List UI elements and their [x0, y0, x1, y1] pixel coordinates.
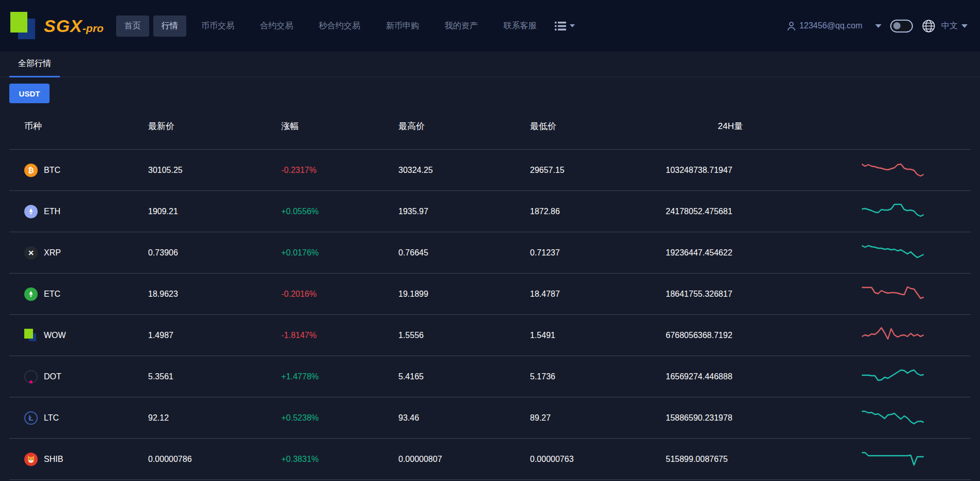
col-header-coin: 币种: [9, 120, 148, 132]
change-cell: -1.8147%: [281, 331, 398, 340]
coin-cell: WOW: [9, 329, 148, 342]
table-row-eth[interactable]: ETH1909.21+0.0556%1935.971872.8624178052…: [9, 191, 971, 232]
wow-coin-icon: [24, 329, 38, 342]
change-cell: -0.2317%: [281, 166, 398, 175]
usdt-filter-button[interactable]: USDT: [9, 84, 50, 103]
volume-cell: 103248738.71947: [666, 166, 862, 175]
tab-bar: 全部行情: [0, 52, 980, 77]
price-cell: 5.3561: [148, 372, 281, 381]
table-row-btc[interactable]: ₿BTC30105.25-0.2317%30324.2529657.151032…: [9, 150, 971, 191]
col-header-price: 最新价: [148, 120, 281, 132]
high-cell: 0.76645: [398, 248, 530, 258]
col-header-volume: 24H量: [666, 120, 862, 132]
low-cell: 0.00000763: [530, 455, 666, 464]
low-cell: 29657.15: [530, 166, 666, 175]
volume-cell: 19236447.454622: [666, 248, 862, 258]
more-menu-button[interactable]: [555, 22, 575, 30]
sparkline-cell: [862, 450, 971, 469]
user-icon: [786, 21, 797, 31]
coin-symbol: SHIB: [44, 455, 63, 464]
sparkline-cell: [862, 367, 971, 387]
toggle-knob: [893, 22, 901, 29]
col-header-low: 最低价: [530, 120, 666, 132]
price-cell: 0.73906: [148, 248, 281, 258]
sparkline-cell: [862, 161, 971, 180]
sparkline-cell: [862, 408, 971, 428]
nav-item-spot[interactable]: 币币交易: [190, 15, 245, 37]
change-cell: +1.4778%: [281, 372, 398, 381]
sparkline-cell: [862, 326, 971, 345]
price-cell: 30105.25: [148, 166, 281, 175]
price-cell: 0.00000786: [148, 455, 281, 464]
coin-cell: DOT: [9, 370, 148, 383]
change-cell: +0.0176%: [281, 248, 398, 258]
table-row-shib[interactable]: SHIB0.00000786+0.3831%0.000008070.000007…: [9, 439, 971, 480]
user-account-button[interactable]: 123456@qq.com: [786, 21, 862, 31]
high-cell: 5.4165: [398, 372, 530, 381]
dot-coin-icon: [24, 370, 38, 383]
table-row-etc[interactable]: ETC18.9623-0.2016%19.189918.478718641755…: [9, 274, 971, 315]
table-row-dot[interactable]: DOT5.3561+1.4778%5.41655.173616569274.44…: [9, 356, 971, 397]
language-chevron-down-icon: [961, 24, 968, 28]
language-selector[interactable]: 中文: [941, 21, 968, 31]
coin-symbol: ETH: [44, 207, 60, 216]
logo-mark-icon: [10, 12, 36, 40]
market-table: 币种最新价涨幅最高价最低价24H量 ₿BTC30105.25-0.2317%30…: [9, 103, 971, 480]
logo-text: SGX-pro: [44, 16, 104, 36]
change-cell: -0.2016%: [281, 290, 398, 299]
btc-coin-icon: ₿: [24, 164, 38, 177]
eth-coin-icon: [24, 205, 38, 218]
change-cell: +0.5238%: [281, 413, 398, 423]
low-cell: 5.1736: [530, 372, 666, 381]
sparkline-chart: [862, 326, 924, 345]
table-row-xrp[interactable]: ✕XRP0.73906+0.0176%0.766450.712371923644…: [9, 232, 971, 274]
high-cell: 1935.97: [398, 207, 530, 216]
nav-item-futures[interactable]: 合约交易: [249, 15, 304, 37]
coin-symbol: WOW: [44, 331, 66, 340]
nav-item-support[interactable]: 联系客服: [493, 15, 548, 37]
nav-item-assets[interactable]: 我的资产: [434, 15, 489, 37]
sparkline-chart: [862, 284, 924, 304]
coin-cell: ŁLTC: [9, 411, 148, 425]
volume-cell: 6768056368.7192: [666, 331, 862, 340]
chevron-down-icon: [570, 24, 575, 27]
logo[interactable]: SGX-pro: [10, 12, 104, 40]
coin-cell: ETC: [9, 287, 148, 301]
low-cell: 0.71237: [530, 248, 666, 258]
high-cell: 0.00000807: [398, 455, 530, 464]
table-header-row: 币种最新价涨幅最高价最低价24H量: [9, 103, 971, 150]
price-cell: 1.4987: [148, 331, 281, 340]
language-label: 中文: [941, 21, 958, 31]
tab-all-markets[interactable]: 全部行情: [9, 58, 60, 77]
coin-symbol: LTC: [44, 413, 59, 423]
col-header-change: 涨幅: [281, 120, 398, 132]
low-cell: 18.4787: [530, 290, 666, 299]
volume-cell: 16569274.446888: [666, 372, 862, 381]
navbar-right: 123456@qq.com 中文: [786, 19, 968, 33]
volume-cell: 515899.0087675: [666, 455, 862, 464]
coin-symbol: DOT: [44, 372, 61, 381]
nav-item-markets[interactable]: 行情: [153, 15, 186, 37]
coin-cell: SHIB: [9, 453, 148, 466]
coin-symbol: XRP: [44, 248, 61, 258]
sparkline-chart: [862, 367, 924, 387]
sparkline-chart: [862, 243, 924, 263]
globe-icon: [922, 19, 936, 33]
theme-toggle[interactable]: [890, 20, 913, 33]
account-chevron-down-icon[interactable]: [875, 24, 881, 28]
volume-cell: 15886590.231978: [666, 413, 862, 423]
top-navbar: SGX-pro 首页行情币币交易合约交易秒合约交易新币申购我的资产联系客服 12…: [0, 0, 980, 52]
high-cell: 1.5556: [398, 331, 530, 340]
high-cell: 19.1899: [398, 290, 530, 299]
table-row-ltc[interactable]: ŁLTC92.12+0.5238%93.4689.2715886590.2319…: [9, 397, 971, 439]
nav-item-home[interactable]: 首页: [116, 15, 149, 37]
table-row-wow[interactable]: WOW1.4987-1.8147%1.55561.54916768056368.…: [9, 315, 971, 356]
coin-symbol: ETC: [44, 290, 60, 299]
sparkline-chart: [862, 408, 924, 428]
nav-item-seconds[interactable]: 秒合约交易: [308, 15, 371, 37]
price-cell: 1909.21: [148, 207, 281, 216]
high-cell: 30324.25: [398, 166, 530, 175]
nav-item-ieo[interactable]: 新币申购: [375, 15, 430, 37]
list-icon: [555, 22, 566, 30]
low-cell: 89.27: [530, 413, 666, 423]
